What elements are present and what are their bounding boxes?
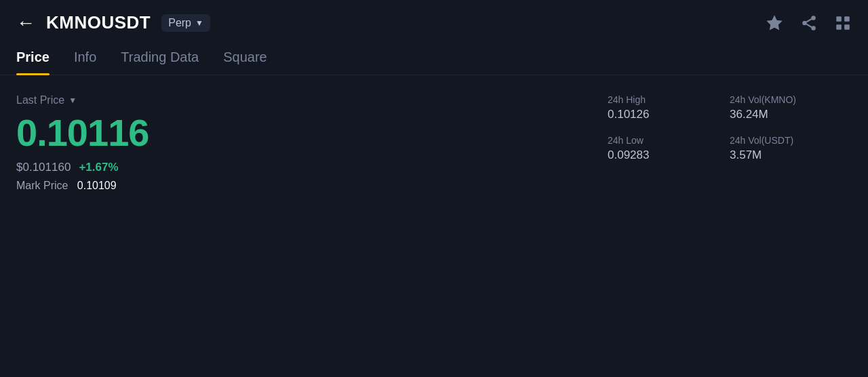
back-button[interactable]: ← bbox=[16, 14, 35, 33]
svg-point-2 bbox=[811, 26, 816, 31]
usd-price: $0.101160 bbox=[16, 161, 71, 174]
stat-high-value: 0.10126 bbox=[608, 108, 689, 121]
main-price: 0.10116 bbox=[16, 112, 594, 154]
stats-row-top: 24h High 0.10126 24h Vol(KMNO) 36.24M bbox=[608, 94, 852, 121]
price-change-pct: +1.67% bbox=[79, 161, 118, 174]
stats-row-bottom: 24h Low 0.09283 24h Vol(USDT) 3.57M bbox=[608, 135, 852, 162]
price-section: Last Price ▼ 0.10116 $0.101160 +1.67% Ma… bbox=[0, 75, 868, 205]
pair-title: KMNOUSDT bbox=[46, 12, 151, 33]
svg-line-3 bbox=[806, 24, 811, 26]
stat-low-label: 24h Low bbox=[608, 135, 689, 146]
mark-price-value: 0.10109 bbox=[77, 180, 117, 191]
stat-high-label: 24h High bbox=[608, 94, 689, 105]
stat-vol-usdt-label: 24h Vol(USDT) bbox=[730, 135, 811, 146]
favorite-icon[interactable] bbox=[765, 14, 784, 33]
svg-point-1 bbox=[802, 20, 807, 25]
svg-rect-7 bbox=[836, 24, 842, 30]
stat-vol-kmno-value: 36.24M bbox=[730, 108, 811, 121]
stat-24h-vol-kmno: 24h Vol(KMNO) 36.24M bbox=[730, 94, 811, 121]
price-stats: 24h High 0.10126 24h Vol(KMNO) 36.24M 24… bbox=[594, 94, 852, 192]
svg-rect-5 bbox=[836, 16, 842, 22]
price-caret-icon: ▼ bbox=[68, 96, 77, 105]
svg-point-0 bbox=[811, 16, 816, 20]
svg-line-4 bbox=[806, 19, 811, 22]
header-left: ← KMNOUSDT Perp ▼ bbox=[16, 12, 210, 33]
stat-24h-high: 24h High 0.10126 bbox=[608, 94, 689, 121]
tab-price[interactable]: Price bbox=[16, 49, 50, 75]
stat-low-value: 0.09283 bbox=[608, 148, 689, 162]
tab-trading-data[interactable]: Trading Data bbox=[121, 49, 199, 75]
tab-square[interactable]: Square bbox=[223, 49, 267, 75]
tab-info[interactable]: Info bbox=[74, 49, 96, 75]
share-icon[interactable] bbox=[800, 14, 818, 32]
tabs-nav: Price Info Trading Data Square bbox=[0, 49, 868, 75]
stat-vol-usdt-value: 3.57M bbox=[730, 148, 811, 162]
stat-24h-low: 24h Low 0.09283 bbox=[608, 135, 689, 162]
last-price-label: Last Price bbox=[16, 94, 64, 106]
stat-vol-kmno-label: 24h Vol(KMNO) bbox=[730, 94, 811, 105]
mark-price-label: Mark Price bbox=[16, 180, 68, 191]
perp-label: Perp bbox=[168, 17, 191, 29]
grid-icon[interactable] bbox=[834, 14, 852, 32]
stat-24h-vol-usdt: 24h Vol(USDT) 3.57M bbox=[730, 135, 811, 162]
last-price-label-row: Last Price ▼ bbox=[16, 94, 594, 106]
svg-rect-8 bbox=[844, 24, 850, 30]
header-right bbox=[765, 14, 852, 33]
price-usd-row: $0.101160 +1.67% bbox=[16, 161, 594, 174]
mark-price-row: Mark Price 0.10109 bbox=[16, 180, 594, 192]
price-left: Last Price ▼ 0.10116 $0.101160 +1.67% Ma… bbox=[16, 94, 594, 192]
header: ← KMNOUSDT Perp ▼ bbox=[0, 0, 868, 44]
svg-rect-6 bbox=[844, 16, 850, 22]
perp-badge[interactable]: Perp ▼ bbox=[161, 14, 210, 32]
chevron-down-icon: ▼ bbox=[195, 18, 203, 28]
